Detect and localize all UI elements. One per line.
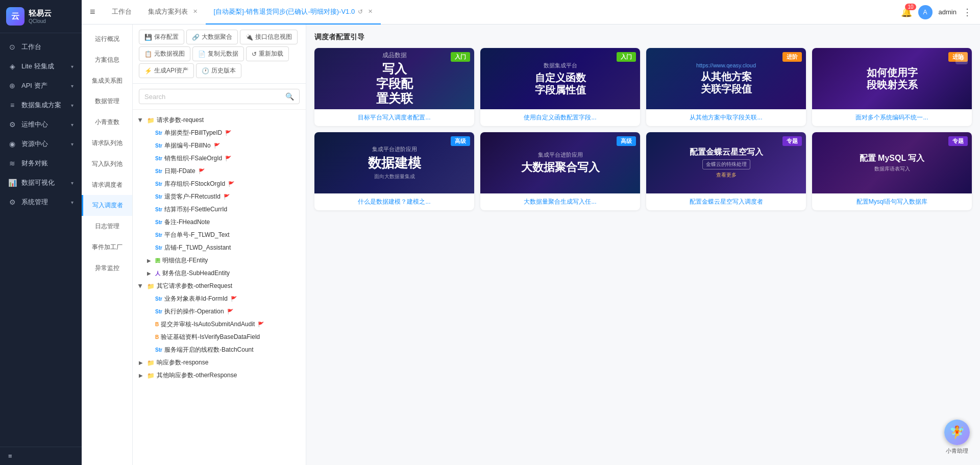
- tab-solution-detail[interactable]: [自动菱梨]-销售退货同步(已确认-明细对接)-V1.0 ↺ ✕: [206, 0, 381, 25]
- sidebar-item-finance[interactable]: ≋ 财务对账: [0, 154, 82, 173]
- nav-integration-map[interactable]: 集成关系图: [82, 70, 132, 91]
- guide-card-write-config[interactable]: 入门 成品数据 写入字段配置关联 目标平台写入调度者配置...: [314, 48, 474, 126]
- guide-card-mysql-write[interactable]: 专题 配置 MySQL 写入 数据库语表写入 配置Mysql语句写入数据库: [812, 132, 972, 210]
- notification-badge: 10: [905, 4, 916, 10]
- interface-view-button[interactable]: 🔌 接口信息视图: [240, 30, 298, 44]
- tree-node-request-params[interactable]: ▶ 📁 请求参数-request: [133, 114, 306, 127]
- str-icon: Str: [155, 181, 162, 187]
- tree-node-bill-type[interactable]: Str 单据类型-FBillTypeID 🚩: [141, 127, 306, 139]
- guide-card-footer: 配置Mysql语句写入数据库: [812, 193, 972, 210]
- sidebar-item-sys-admin[interactable]: ⚙ 系统管理 ▾: [0, 192, 82, 212]
- username-label[interactable]: admin: [939, 8, 957, 16]
- tree-node-settle-currency[interactable]: Str 结算币别-FSettleCurrId: [141, 203, 306, 216]
- chevron-right-icon: ▶: [137, 359, 145, 367]
- sidebar-item-resource[interactable]: ◉ 资源中心 ▾: [0, 134, 82, 154]
- sidebar-item-api[interactable]: ⊕ API 资产 ▾: [0, 76, 82, 95]
- tree-node-auto-submit[interactable]: B 提交并审核-IsAutoSubmitAndAudit 🚩: [141, 318, 306, 331]
- interface-icon: 🔌: [246, 34, 253, 41]
- guide-card-field-map[interactable]: 进阶 ⚙ 如何使用字段映射关系 面对多个系统编码不统一...: [812, 48, 972, 126]
- chevron-down-icon: ▾: [71, 200, 74, 205]
- spacer: [145, 206, 153, 214]
- bool-icon: B: [155, 334, 159, 340]
- tree-node-date[interactable]: Str 日期-FDate 🚩: [141, 165, 306, 178]
- search-box[interactable]: 🔍: [139, 89, 300, 104]
- history-button[interactable]: 🕐 历史版本: [196, 63, 241, 78]
- tree-label: 业务对象表单Id-FormId: [164, 295, 228, 303]
- tree-node-finance-info[interactable]: ▶ 人 财务信息-SubHeadEntity: [141, 267, 306, 280]
- guide-card-field-link[interactable]: 进阶 https://www.qeasy.cloud 从其他方案关联字段值 从其…: [646, 48, 806, 126]
- tree-node-other-response[interactable]: ▶ 📁 其他响应参数-otherResponse: [133, 369, 306, 382]
- tree-node-return-customer[interactable]: Str 退货客户-FRetcustId 🚩: [141, 190, 306, 203]
- tree-node-store[interactable]: Str 店铺-F_TLWD_Assistant: [141, 241, 306, 254]
- user-avatar[interactable]: A: [918, 5, 933, 19]
- sidebar-item-workbench[interactable]: ⊙ 工作台: [0, 37, 82, 57]
- tree-node-other-request[interactable]: ▶ 📁 其它请求参数-otherRequest: [133, 280, 306, 292]
- sidebar-item-data-viz[interactable]: 📊 数据可视化 ▾: [0, 173, 82, 192]
- big-data-merge-button[interactable]: 🔗 大数据聚合: [186, 30, 238, 44]
- assistant-widget[interactable]: 🧚 小青助理: [944, 420, 970, 455]
- flag-icon: 🚩: [214, 143, 220, 149]
- nav-event-factory[interactable]: 事件加工厂: [82, 237, 132, 258]
- guide-card-big-data-write[interactable]: 高级 集成平台进阶应用 大数据聚合写入 大数据量聚合生成写入任...: [480, 132, 640, 210]
- tree-node-operation[interactable]: Str 执行的操作-Operation 🚩: [141, 305, 306, 318]
- right-panel: 调度者配置引导 入门 成品数据 写入字段配置关联 目标平台写入调度者配置...: [306, 25, 980, 465]
- user-icon: 人: [155, 270, 160, 277]
- search-input[interactable]: [144, 93, 282, 101]
- tree-node-stock-org[interactable]: Str 库存组织-FStockOrgId 🚩: [141, 178, 306, 190]
- tree-node-form-id[interactable]: Str 业务对象表单Id-FormId 🚩: [141, 292, 306, 305]
- tab-solution-list-close[interactable]: ✕: [193, 8, 198, 15]
- gen-api-button[interactable]: ⚡ 生成API资产: [139, 63, 194, 78]
- tab-workbench[interactable]: 工作台: [104, 0, 140, 25]
- chevron-down-icon: ▾: [71, 141, 74, 147]
- sidebar-item-ops[interactable]: ⚙ 运维中心 ▾: [0, 115, 82, 134]
- card-title: 如何使用字段映射关系: [867, 66, 918, 91]
- nav-write-scheduler[interactable]: 写入调度者: [82, 195, 132, 216]
- copy-meta-label: 复制元数据: [208, 50, 238, 58]
- more-options-icon[interactable]: ⋮: [963, 7, 972, 18]
- nav-solution-info[interactable]: 方案信息: [82, 50, 132, 70]
- save-config-button[interactable]: 💾 保存配置: [139, 30, 184, 44]
- search-icon[interactable]: 🔍: [285, 92, 294, 101]
- toolbar: 💾 保存配置 🔗 大数据聚合 🔌 接口信息视图 📋 元数据视图: [133, 25, 306, 84]
- str-icon: Str: [155, 194, 162, 200]
- card-sublabel: 集成平台进阶应用: [521, 151, 600, 159]
- tree-label: 请求参数-request: [157, 116, 204, 125]
- refresh-icon[interactable]: ↺: [358, 8, 363, 15]
- middle-panel: 💾 保存配置 🔗 大数据聚合 🔌 接口信息视图 📋 元数据视图: [133, 25, 306, 465]
- tab-solution-detail-close[interactable]: ✕: [368, 8, 373, 15]
- nav-request-scheduler[interactable]: 请求调度者: [82, 175, 132, 195]
- nav-log-manage[interactable]: 日志管理: [82, 216, 132, 237]
- tree-node-remark[interactable]: Str 备注-FHeadNote: [141, 216, 306, 229]
- badge-topic: 专题: [948, 136, 968, 146]
- tab-solution-list[interactable]: 集成方案列表 ✕: [140, 0, 206, 25]
- tree-node-batch-count[interactable]: Str 服务端开启的线程数-BatchCount: [141, 344, 306, 356]
- sidebar-logo[interactable]: 云 轻易云 QCloud: [0, 0, 82, 33]
- tree-node-sale-org[interactable]: Str 销售组织-FSaleOrgId 🚩: [141, 152, 306, 165]
- guide-card-custom-func[interactable]: 入门 数据集成平台 自定义函数字段属性值 使用自定义函数配置字段...: [480, 48, 640, 126]
- guide-card-data-model[interactable]: 高级 集成平台进阶应用 数据建模 面向大数据量集成 什么是数据建模？建模之...: [314, 132, 474, 210]
- nav-error-monitor[interactable]: 异常监控: [82, 258, 132, 279]
- sidebar-item-data-integration[interactable]: ≡ 数据集成方案 ▾: [0, 95, 82, 115]
- sidebar-item-lite[interactable]: ◈ Lite 轻集成 ▾: [0, 57, 82, 76]
- tree-node-bill-no[interactable]: Str 单据编号-FBillNo 🚩: [141, 139, 306, 152]
- nav-data-manage[interactable]: 数据管理: [82, 91, 132, 112]
- finance-icon: ≋: [8, 159, 16, 167]
- notification-bell[interactable]: 🔔 10: [901, 7, 912, 18]
- guide-card-kingdee-write[interactable]: 专题 配置金蝶云星空写入 金蝶云的特殊处理 查看更多 配置金蝶云星空写入调度者: [646, 132, 806, 210]
- tree-node-response[interactable]: ▶ 📁 响应参数-response: [133, 356, 306, 369]
- tree-label: 销售组织-FSaleOrgId: [164, 154, 222, 163]
- nav-write-queue[interactable]: 写入队列池: [82, 154, 132, 175]
- tree-node-verify-base[interactable]: B 验证基础资料-IsVerifyBaseDataField: [141, 331, 306, 344]
- copy-meta-button[interactable]: 📄 复制元数据: [192, 46, 244, 61]
- guide-card-image: 进阶 ⚙ 如何使用字段映射关系: [812, 48, 972, 109]
- nav-xiao-query[interactable]: 小青查数: [82, 112, 132, 133]
- tree-node-platform-no[interactable]: Str 平台单号-F_TLWD_Text: [141, 229, 306, 241]
- assistant-avatar: 🧚: [944, 420, 970, 445]
- nav-request-queue[interactable]: 请求队列池: [82, 133, 132, 154]
- tree-node-entity[interactable]: ▶ 囲 明细信息-FEntity: [141, 254, 306, 267]
- meta-view-button[interactable]: 📋 元数据视图: [139, 46, 190, 61]
- reload-button[interactable]: ↺ 重新加载: [246, 46, 289, 61]
- nav-overview[interactable]: 运行概况: [82, 29, 132, 50]
- sidebar-bottom[interactable]: ≡: [0, 447, 82, 465]
- header-menu-icon[interactable]: ≡: [90, 7, 95, 17]
